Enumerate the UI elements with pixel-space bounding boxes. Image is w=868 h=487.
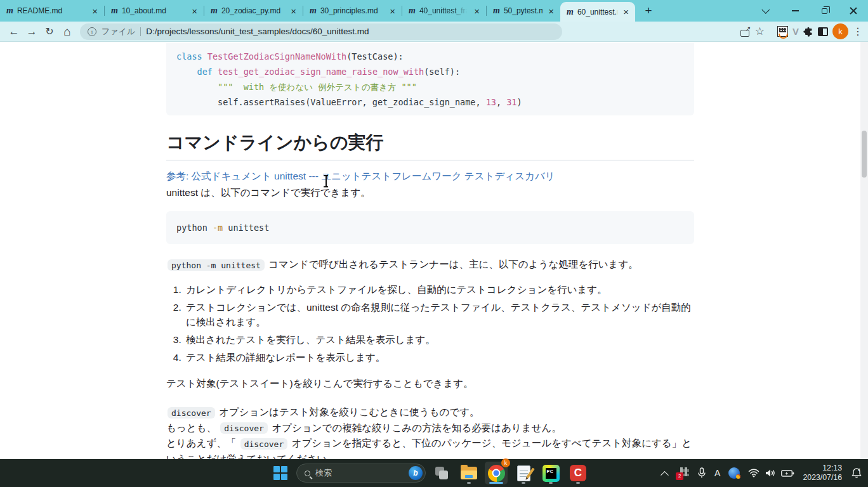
network-volume-battery-group[interactable] xyxy=(748,469,794,477)
pycharm-button[interactable]: PC xyxy=(539,462,562,484)
active-indicator xyxy=(489,482,503,484)
ime-mode-indicator[interactable]: A xyxy=(714,468,720,478)
home-button[interactable]: ⌂ xyxy=(58,23,76,41)
camtasia-icon: C xyxy=(570,465,586,481)
tab-30-principles[interactable]: m 30_principles.md × xyxy=(303,0,402,22)
markdown-file-icon: m xyxy=(567,8,574,16)
restore-button[interactable] xyxy=(810,0,839,22)
vue-devtools-extension-icon[interactable]: V xyxy=(792,26,799,37)
tab-20-zodiac[interactable]: m 20_zodiac_py.md × xyxy=(204,0,303,22)
list-item: テスト結果の詳細なレポートを表示します。 xyxy=(184,350,694,365)
blue-sphere-app-icon[interactable] xyxy=(728,467,740,479)
minimize-icon xyxy=(792,10,799,11)
windows-taskbar: 検索 b k PC C 2 xyxy=(0,459,868,487)
discover-paragraph: discover オプションはテスト対象を絞りこむときに使うものです。 もっとも… xyxy=(166,405,694,459)
vertical-scrollbar[interactable] xyxy=(860,42,868,459)
reference-links[interactable]: 参考: 公式ドキュメント unittest --- ユニットテストフレームワーク… xyxy=(166,169,694,183)
running-indicator xyxy=(522,482,525,484)
extensions-puzzle-icon[interactable] xyxy=(803,27,813,37)
markdown-file-icon: m xyxy=(493,6,500,15)
toolbar-actions: ☆ V k ⋮ xyxy=(740,23,863,39)
markdown-file-icon: m xyxy=(111,6,118,15)
menu-kebab-icon[interactable]: ⋮ xyxy=(853,27,863,37)
window-controls xyxy=(751,0,868,22)
bing-icon[interactable]: b xyxy=(409,466,423,480)
camtasia-button[interactable]: C xyxy=(567,462,589,484)
tray-app-with-badge[interactable]: 2 xyxy=(676,467,689,480)
notification-badge: 2 xyxy=(676,472,683,480)
minimize-button[interactable] xyxy=(780,0,810,22)
list-item: カレントディレクトリからテストファイルを探し、自動的にテストコレクションを行いま… xyxy=(184,282,694,297)
tab-40-unittest-framework[interactable]: m 40_unittest_fram × xyxy=(402,0,486,22)
pycharm-icon: PC xyxy=(542,465,560,482)
start-button[interactable] xyxy=(269,462,292,484)
markdown-viewer-extension-icon[interactable] xyxy=(777,26,788,37)
tab-50-pytest[interactable]: m 50_pytest.md × xyxy=(487,0,560,22)
restore-icon xyxy=(822,8,827,14)
tab-close-icon[interactable]: × xyxy=(388,6,397,16)
tab-label: README.md xyxy=(17,6,86,15)
notepad-icon xyxy=(517,465,530,481)
page-content: class TestGetZodiacSignNameNoWith(TestCa… xyxy=(0,42,860,459)
command-code-block: python -m unittest xyxy=(166,211,694,244)
tab-label: 20_zodiac_py.md xyxy=(221,6,285,15)
address-divider xyxy=(140,27,141,36)
tab-60-unittest-active[interactable]: m 60_unittest.md × xyxy=(560,2,635,22)
paragraph: python -m unittest コマンドで呼び出されるテストランナーは、主… xyxy=(166,257,694,272)
tab-close-icon[interactable]: × xyxy=(621,6,631,17)
tab-10-about[interactable]: m 10_about.md × xyxy=(105,0,204,22)
tray-overflow-chevron-icon[interactable] xyxy=(661,471,669,479)
task-view-button[interactable] xyxy=(430,462,453,484)
info-icon[interactable]: i xyxy=(88,27,96,36)
close-icon xyxy=(850,7,857,15)
bookmark-star-icon[interactable]: ☆ xyxy=(755,26,765,37)
task-view-icon xyxy=(435,467,448,479)
notepad-button[interactable] xyxy=(512,462,535,484)
taskbar-clock[interactable]: 12:13 2023/07/16 xyxy=(803,464,842,483)
tab-close-icon[interactable]: × xyxy=(472,6,482,16)
chrome-button[interactable]: k xyxy=(485,462,508,484)
notification-bell-button[interactable]: z xyxy=(850,467,863,479)
markdown-file-icon: m xyxy=(211,6,218,15)
microphone-icon[interactable] xyxy=(697,467,706,479)
new-tab-button[interactable]: + xyxy=(640,3,657,19)
paragraph-line: discover オプションはテスト対象を絞りこむときに使うものです。 xyxy=(166,405,694,420)
svg-text:z: z xyxy=(858,467,861,472)
running-indicator xyxy=(549,482,553,484)
tab-close-icon[interactable]: × xyxy=(546,6,556,16)
tab-search-button[interactable] xyxy=(751,0,780,22)
file-explorer-button[interactable] xyxy=(457,462,480,484)
tab-close-icon[interactable]: × xyxy=(90,6,100,16)
share-icon[interactable] xyxy=(740,27,751,37)
taskbar-search-box[interactable]: 検索 b xyxy=(296,464,426,483)
search-placeholder: 検索 xyxy=(315,467,404,479)
ordered-list: カレントディレクトリからテストファイルを探し、自動的にテストコレクションを行いま… xyxy=(166,282,694,365)
address-bar[interactable]: i ファイル D:/projects/lessons/unit_test_sam… xyxy=(80,23,562,40)
bell-sleep-icon: z xyxy=(850,467,863,479)
list-item: 検出されたテストを実行し、テスト結果を表示します。 xyxy=(184,332,694,347)
chrome-profile-badge: k xyxy=(501,458,510,467)
scrollbar-thumb[interactable] xyxy=(862,131,867,178)
markdown-body: class TestGetZodiacSignNameNoWith(TestCa… xyxy=(166,42,694,459)
wifi-icon xyxy=(748,469,760,477)
tab-close-icon[interactable]: × xyxy=(190,6,199,16)
paragraph: unittest は、以下のコマンドで実行できます。 xyxy=(166,186,694,200)
date-text: 2023/07/16 xyxy=(803,473,842,483)
forward-button[interactable]: → xyxy=(23,23,41,41)
python-code-block: class TestGetZodiacSignNameNoWith(TestCa… xyxy=(166,43,694,115)
reload-button[interactable]: ↻ xyxy=(41,23,58,41)
profile-avatar[interactable]: k xyxy=(832,23,848,39)
url-text[interactable]: D:/projects/lessons/unit_test_samples/do… xyxy=(146,27,369,36)
close-window-button[interactable] xyxy=(839,0,868,22)
paragraph-line: もっとも、 discover オプションでの複雑な絞りこみの方法を知る必要はあり… xyxy=(166,420,694,436)
chrome-icon xyxy=(488,465,505,482)
back-button[interactable]: ← xyxy=(5,23,23,41)
tab-close-icon[interactable]: × xyxy=(289,6,298,16)
browser-toolbar: ← → ↻ ⌂ i ファイル D:/projects/lessons/unit_… xyxy=(0,22,868,42)
side-panel-icon[interactable] xyxy=(818,27,828,36)
tab-label: 60_unittest.md xyxy=(577,8,617,16)
tab-readme[interactable]: m README.md × xyxy=(0,0,104,22)
file-scheme-label: ファイル xyxy=(102,26,135,37)
markdown-file-icon: m xyxy=(409,6,416,15)
list-item: テストコレクションでは、unittest の命名規則に従ったテストファイル、テス… xyxy=(184,300,694,329)
